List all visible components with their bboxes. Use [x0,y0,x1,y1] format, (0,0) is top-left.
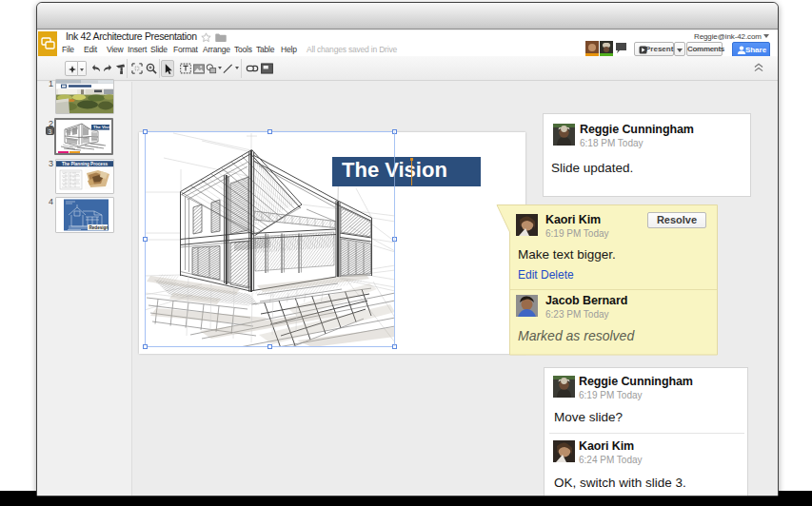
svg-text:The Vision: The Vision [93,125,113,129]
svg-text:The Planning Process: The Planning Process [62,162,108,166]
svg-text:Redesign: Redesign [89,225,109,230]
